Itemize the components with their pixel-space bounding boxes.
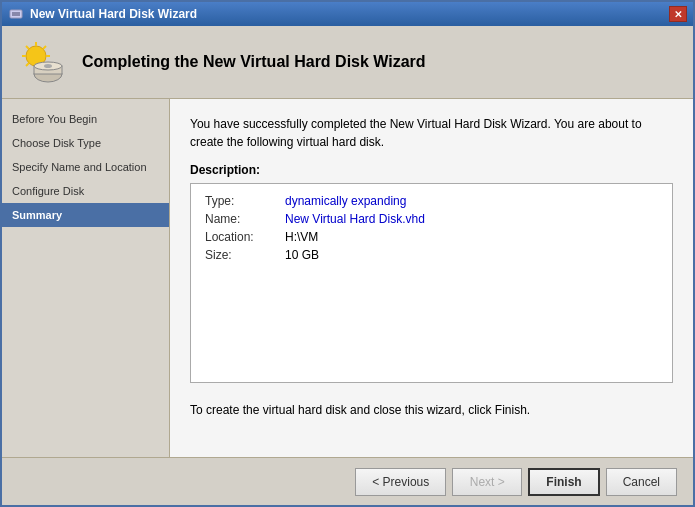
title-bar: New Virtual Hard Disk Wizard ✕ [2,2,693,26]
main-area: Before You Begin Choose Disk Type Specif… [2,99,693,457]
wizard-header-title: Completing the New Virtual Hard Disk Wiz… [82,53,426,71]
sidebar-item-before-you-begin[interactable]: Before You Begin [2,107,169,131]
footer: < Previous Next > Finish Cancel [2,457,693,505]
desc-row-size: Size: 10 GB [205,248,658,262]
svg-rect-1 [12,12,20,16]
previous-button[interactable]: < Previous [355,468,446,496]
sidebar-item-choose-disk-type[interactable]: Choose Disk Type [2,131,169,155]
sidebar: Before You Begin Choose Disk Type Specif… [2,99,170,457]
description-box: Type: dynamically expanding Name: New Vi… [190,183,673,383]
description-label: Description: [190,163,673,177]
sidebar-item-specify-name[interactable]: Specify Name and Location [2,155,169,179]
window-title: New Virtual Hard Disk Wizard [30,7,197,21]
next-button[interactable]: Next > [452,468,522,496]
svg-line-10 [26,63,29,66]
desc-row-name: Name: New Virtual Hard Disk.vhd [205,212,658,226]
window-icon [8,6,24,22]
wizard-icon [18,38,66,86]
desc-key-type: Type: [205,194,285,208]
cancel-button[interactable]: Cancel [606,468,677,496]
svg-point-14 [44,64,52,68]
finish-text: To create the virtual hard disk and clos… [190,403,673,417]
sidebar-item-summary[interactable]: Summary [2,203,169,227]
window: New Virtual Hard Disk Wizard ✕ [0,0,695,507]
intro-text: You have successfully completed the New … [190,115,673,151]
desc-key-name: Name: [205,212,285,226]
desc-value-type: dynamically expanding [285,194,406,208]
desc-value-size: 10 GB [285,248,319,262]
finish-button[interactable]: Finish [528,468,599,496]
wizard-header: Completing the New Virtual Hard Disk Wiz… [2,26,693,99]
svg-line-7 [26,46,29,49]
desc-value-name: New Virtual Hard Disk.vhd [285,212,425,226]
body-content: You have successfully completed the New … [170,99,693,457]
sidebar-item-configure-disk[interactable]: Configure Disk [2,179,169,203]
svg-line-9 [43,46,46,49]
desc-value-location: H:\VM [285,230,318,244]
desc-key-size: Size: [205,248,285,262]
desc-row-location: Location: H:\VM [205,230,658,244]
desc-row-type: Type: dynamically expanding [205,194,658,208]
close-button[interactable]: ✕ [669,6,687,22]
desc-key-location: Location: [205,230,285,244]
